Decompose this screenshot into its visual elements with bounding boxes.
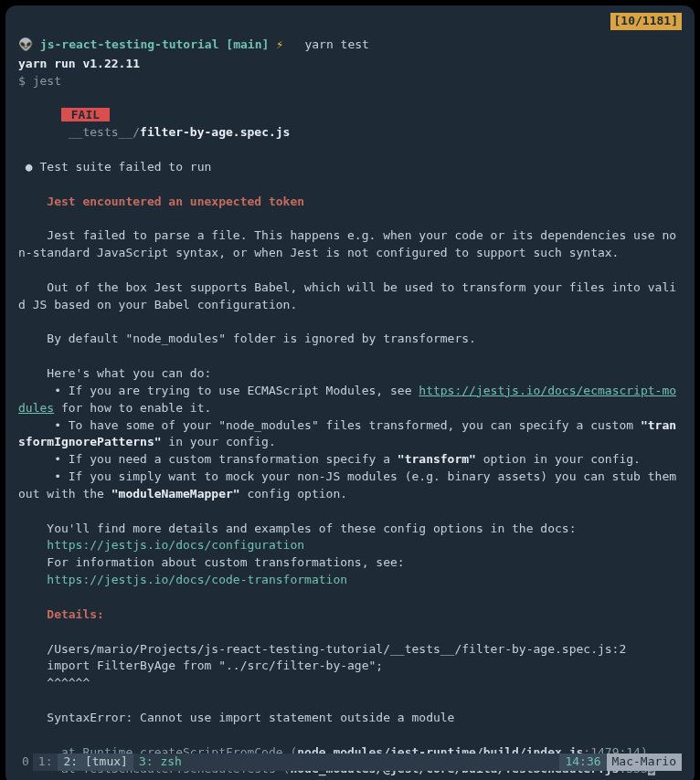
typed-command: yarn test [304, 37, 368, 51]
configuration-link[interactable]: https://jestjs.io/docs/configuration [18, 537, 682, 554]
suite-failed-msg: ● Test suite failed to run [18, 159, 682, 176]
suggestion-3: • If you need a custom transformation sp… [18, 451, 682, 469]
detail-import-line: import FilterByAge from "../src/filter-b… [18, 658, 682, 675]
git-branch: [main] [226, 37, 269, 51]
fail-line: FAIL __tests__/filter-by-age.spec.js [18, 90, 682, 159]
ghost-icon: 👽 [18, 37, 33, 51]
detail-file-path: /Users/mario/Projects/js-react-testing-t… [18, 641, 682, 659]
fail-badge: FAIL [61, 108, 110, 121]
terminal-output: yarn run v1.22.11 $ jest FAIL __tests__/… [18, 56, 682, 778]
docs-hint: You'll find more details and examples of… [18, 521, 682, 538]
tmux-window-2[interactable]: 2: [tmux] [58, 754, 133, 771]
error-header: Jest encountered an unexpected token [18, 194, 682, 211]
tmux-hostname: Mac-Mario [607, 754, 682, 771]
test-file: filter-by-age.spec.js [140, 125, 290, 139]
tmux-session-number[interactable]: 0 [18, 754, 33, 771]
tmux-window-1[interactable]: 1: [33, 754, 58, 771]
error-explain-2: Out of the box Jest supports Babel, whic… [18, 279, 682, 314]
scroll-position-indicator: [10/1181] [610, 13, 682, 30]
details-header: Details: [18, 606, 682, 624]
cwd-path: js-react-testing-tutorial [40, 37, 219, 51]
yarn-version-line: yarn run v1.22.11 [18, 56, 682, 73]
caret-indicator: ^^^^^^ [18, 675, 682, 692]
error-explain-3: By default "node_modules" folder is igno… [18, 331, 682, 348]
jest-invocation: $ jest [18, 73, 682, 90]
syntax-error-line: SyntaxError: Cannot use import statement… [18, 710, 682, 727]
tmux-statusbar[interactable]: 0 1: 2: [tmux] 3: zsh 14:36 Mac-Mario [18, 754, 682, 771]
code-transformation-link[interactable]: https://jestjs.io/docs/code-transformati… [18, 572, 682, 589]
suggestion-4: • If you simply want to mock your non-JS… [18, 469, 682, 503]
suggestion-1: • If you are trying to use ECMAScript Mo… [18, 383, 682, 417]
error-explain-1: Jest failed to parse a file. This happen… [18, 227, 682, 262]
suggestions-header: Here's what you can do: [18, 365, 682, 383]
tmux-window-3[interactable]: 3: zsh [133, 754, 187, 771]
transform-hint: For information about custom transformat… [18, 554, 682, 572]
test-dir: __tests__/ [69, 125, 140, 139]
shell-prompt: 👽 js-react-testing-tutorial [main] ⚡ yar… [18, 37, 682, 54]
bolt-icon: ⚡ [276, 37, 283, 51]
suggestion-2: • To have some of your "node_modules" fi… [18, 417, 682, 452]
tmux-clock: 14:36 [559, 754, 606, 771]
terminal-window[interactable]: [10/1181] 👽 js-react-testing-tutorial [m… [5, 5, 695, 780]
